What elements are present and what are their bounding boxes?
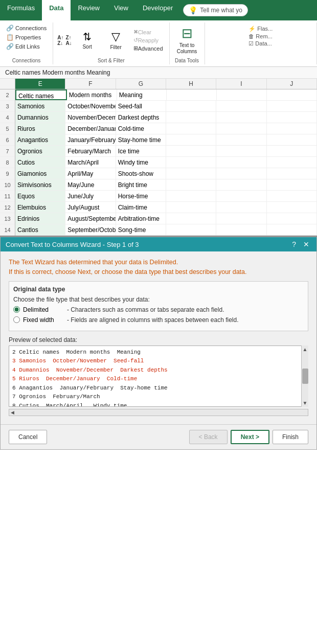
cell-13-1[interactable]: September/October — [65, 224, 116, 235]
cell-13-3[interactable] — [166, 224, 216, 235]
cell-11-3[interactable] — [166, 202, 216, 213]
cell-9-0[interactable]: Simivisonios — [15, 179, 65, 190]
fixed-width-radio[interactable] — [13, 316, 20, 323]
cell-6-0[interactable]: Ogronios — [15, 146, 65, 156]
cell-10-3[interactable] — [166, 191, 216, 201]
cell-13-5[interactable] — [267, 224, 317, 235]
cell-11-5[interactable] — [267, 202, 317, 213]
cell-6-1[interactable]: February/March — [65, 146, 116, 156]
horizontal-scrollbar[interactable]: ◀ — [9, 409, 308, 416]
cell-10-1[interactable]: June/July — [65, 191, 116, 201]
scroll-down-arrow[interactable]: ▼ — [302, 399, 309, 407]
cell-6-4[interactable] — [216, 146, 266, 156]
cell-4-1[interactable]: December/January — [65, 123, 116, 134]
cell-8-3[interactable] — [166, 168, 216, 179]
cell-4-2[interactable]: Cold-time — [116, 123, 166, 134]
dialog-close-button[interactable]: ✕ — [301, 240, 311, 248]
cell-5-4[interactable] — [216, 134, 266, 145]
col-header-G[interactable]: G — [116, 79, 166, 89]
cell-2-4[interactable] — [216, 101, 266, 111]
cell-7-4[interactable] — [216, 157, 266, 168]
cell-11-1[interactable]: July/August — [65, 202, 116, 213]
tab-review[interactable]: Review — [71, 0, 107, 20]
col-header-I[interactable]: I — [216, 79, 266, 89]
edit-links-button[interactable]: 🔗 Edit Links — [4, 42, 49, 51]
col-header-J[interactable]: J — [267, 79, 317, 89]
tab-data[interactable]: Data — [42, 0, 71, 20]
cell-5-0[interactable]: Anagantios — [15, 134, 65, 145]
cell-2-3[interactable] — [166, 101, 216, 111]
filter-button[interactable]: ▽ Filter — [103, 28, 129, 53]
cell-1-3[interactable] — [167, 89, 217, 100]
text-to-columns-button[interactable]: ⊟ Text toColumns — [174, 24, 200, 57]
cell-4-3[interactable] — [166, 123, 216, 134]
cell-1-4[interactable] — [217, 89, 267, 100]
cell-3-4[interactable] — [216, 112, 266, 123]
cell-1-5[interactable] — [267, 89, 317, 100]
cell-7-0[interactable]: Cutios — [15, 157, 65, 168]
col-header-F[interactable]: F — [65, 79, 116, 89]
cell-3-5[interactable] — [267, 112, 317, 123]
scroll-up-arrow[interactable]: ▲ — [302, 346, 309, 353]
cell-3-1[interactable]: November/December — [65, 112, 116, 123]
cell-1-0[interactable]: Celtic names — [15, 89, 67, 100]
cell-8-4[interactable] — [216, 168, 266, 179]
sort-za-button[interactable]: Z↑ A↓ — [65, 35, 72, 46]
cell-11-0[interactable]: Elembuios — [15, 202, 65, 213]
col-header-H[interactable]: H — [166, 79, 216, 89]
cell-8-1[interactable]: April/May — [65, 168, 116, 179]
tab-developer[interactable]: Developer — [135, 0, 180, 20]
cell-2-2[interactable]: Seed-fall — [116, 101, 166, 111]
sort-button[interactable]: ⇅ Sort — [74, 29, 101, 52]
cell-1-1[interactable]: Modern months — [67, 89, 117, 100]
sort-az-button[interactable]: A↑ Z↓ — [57, 35, 63, 46]
cell-12-5[interactable] — [267, 213, 317, 224]
properties-button[interactable]: 📋 Properties — [4, 33, 49, 41]
cell-12-1[interactable]: August/September — [65, 213, 116, 224]
cell-2-1[interactable]: October/November — [65, 101, 116, 111]
cell-7-5[interactable] — [267, 157, 317, 168]
cell-10-4[interactable] — [216, 191, 266, 201]
cell-8-5[interactable] — [267, 168, 317, 179]
delimited-radio[interactable] — [13, 306, 20, 313]
cell-1-2[interactable]: Meaning — [117, 89, 167, 100]
cell-7-3[interactable] — [166, 157, 216, 168]
scroll-thumb[interactable] — [302, 369, 308, 384]
connections-button[interactable]: 🔗 Connections — [4, 24, 49, 32]
cell-9-2[interactable]: Bright time — [116, 179, 166, 190]
cell-9-4[interactable] — [216, 179, 266, 190]
preview-scrollbar[interactable]: ▲ ▼ — [301, 346, 308, 407]
cell-13-4[interactable] — [216, 224, 266, 235]
cell-12-0[interactable]: Edrinios — [15, 213, 65, 224]
cell-4-0[interactable]: Riuros — [15, 123, 65, 134]
cell-6-5[interactable] — [267, 146, 317, 156]
cell-8-2[interactable]: Shoots-show — [116, 168, 166, 179]
tab-view[interactable]: View — [107, 0, 135, 20]
cell-5-2[interactable]: Stay-home time — [116, 134, 166, 145]
next-button[interactable]: Next > — [231, 430, 269, 444]
cell-5-5[interactable] — [267, 134, 317, 145]
cell-12-4[interactable] — [216, 213, 266, 224]
cell-3-2[interactable]: Darkest depths — [116, 112, 166, 123]
delimited-label-wrapper[interactable]: Delimited - Characters such as commas or… — [23, 306, 224, 313]
cell-4-5[interactable] — [267, 123, 317, 134]
advanced-button[interactable]: ⊞ Advanced — [131, 44, 165, 52]
cell-8-0[interactable]: Giamonios — [15, 168, 65, 179]
cell-5-1[interactable]: January/February — [65, 134, 116, 145]
cell-2-5[interactable] — [267, 101, 317, 111]
cell-12-2[interactable]: Arbitration-time — [116, 213, 166, 224]
cell-2-0[interactable]: Samonios — [15, 101, 65, 111]
cell-9-1[interactable]: May/June — [65, 179, 116, 190]
dialog-help-button[interactable]: ? — [290, 240, 298, 248]
cell-10-0[interactable]: Equos — [15, 191, 65, 201]
cell-6-3[interactable] — [166, 146, 216, 156]
cell-3-3[interactable] — [166, 112, 216, 123]
fixed-width-label-wrapper[interactable]: Fixed width - Fields are aligned in colu… — [23, 316, 239, 324]
col-header-E[interactable]: E — [15, 79, 65, 89]
cell-7-1[interactable]: March/April — [65, 157, 116, 168]
cell-13-2[interactable]: Song-time — [116, 224, 166, 235]
cell-7-2[interactable]: Windy time — [116, 157, 166, 168]
cell-5-3[interactable] — [166, 134, 216, 145]
scroll-left-arrow[interactable]: ◀ — [9, 410, 16, 415]
tab-formulas[interactable]: Formulas — [0, 0, 42, 20]
